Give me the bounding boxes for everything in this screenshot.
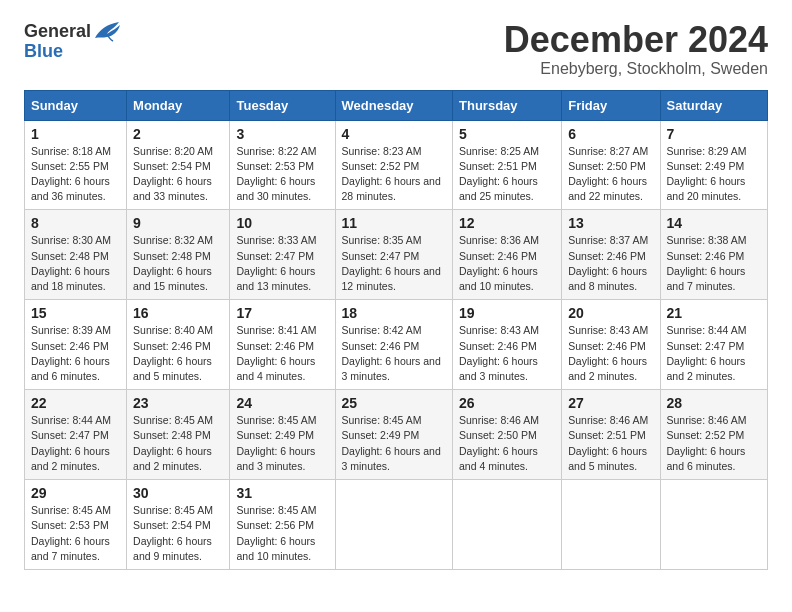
day-number: 11	[342, 215, 446, 231]
day-info: Sunrise: 8:35 AMSunset: 2:47 PMDaylight:…	[342, 233, 446, 294]
day-info: Sunrise: 8:37 AMSunset: 2:46 PMDaylight:…	[568, 233, 653, 294]
day-info: Sunrise: 8:32 AMSunset: 2:48 PMDaylight:…	[133, 233, 223, 294]
calendar-cell: 17Sunrise: 8:41 AMSunset: 2:46 PMDayligh…	[230, 300, 335, 390]
day-info: Sunrise: 8:22 AMSunset: 2:53 PMDaylight:…	[236, 144, 328, 205]
day-info: Sunrise: 8:45 AMSunset: 2:56 PMDaylight:…	[236, 503, 328, 564]
calendar-week-row: 29Sunrise: 8:45 AMSunset: 2:53 PMDayligh…	[25, 480, 768, 570]
day-info: Sunrise: 8:45 AMSunset: 2:49 PMDaylight:…	[342, 413, 446, 474]
day-number: 21	[667, 305, 761, 321]
day-info: Sunrise: 8:43 AMSunset: 2:46 PMDaylight:…	[568, 323, 653, 384]
calendar-cell: 4Sunrise: 8:23 AMSunset: 2:52 PMDaylight…	[335, 120, 452, 210]
day-info: Sunrise: 8:46 AMSunset: 2:51 PMDaylight:…	[568, 413, 653, 474]
day-info: Sunrise: 8:33 AMSunset: 2:47 PMDaylight:…	[236, 233, 328, 294]
day-info: Sunrise: 8:45 AMSunset: 2:54 PMDaylight:…	[133, 503, 223, 564]
logo-blue: Blue	[24, 41, 63, 61]
day-info: Sunrise: 8:46 AMSunset: 2:50 PMDaylight:…	[459, 413, 555, 474]
calendar-cell: 19Sunrise: 8:43 AMSunset: 2:46 PMDayligh…	[453, 300, 562, 390]
day-number: 9	[133, 215, 223, 231]
day-number: 2	[133, 126, 223, 142]
day-info: Sunrise: 8:36 AMSunset: 2:46 PMDaylight:…	[459, 233, 555, 294]
day-info: Sunrise: 8:40 AMSunset: 2:46 PMDaylight:…	[133, 323, 223, 384]
day-number: 3	[236, 126, 328, 142]
day-number: 20	[568, 305, 653, 321]
calendar-cell: 22Sunrise: 8:44 AMSunset: 2:47 PMDayligh…	[25, 390, 127, 480]
calendar-cell: 11Sunrise: 8:35 AMSunset: 2:47 PMDayligh…	[335, 210, 452, 300]
day-number: 13	[568, 215, 653, 231]
calendar-week-row: 15Sunrise: 8:39 AMSunset: 2:46 PMDayligh…	[25, 300, 768, 390]
day-number: 16	[133, 305, 223, 321]
day-info: Sunrise: 8:42 AMSunset: 2:46 PMDaylight:…	[342, 323, 446, 384]
day-info: Sunrise: 8:29 AMSunset: 2:49 PMDaylight:…	[667, 144, 761, 205]
calendar-cell	[660, 480, 767, 570]
calendar-table: SundayMondayTuesdayWednesdayThursdayFrid…	[24, 90, 768, 570]
calendar-cell: 24Sunrise: 8:45 AMSunset: 2:49 PMDayligh…	[230, 390, 335, 480]
calendar-cell: 31Sunrise: 8:45 AMSunset: 2:56 PMDayligh…	[230, 480, 335, 570]
calendar-cell	[562, 480, 660, 570]
day-info: Sunrise: 8:20 AMSunset: 2:54 PMDaylight:…	[133, 144, 223, 205]
subtitle: Enebyberg, Stockholm, Sweden	[504, 60, 768, 78]
calendar-cell: 5Sunrise: 8:25 AMSunset: 2:51 PMDaylight…	[453, 120, 562, 210]
calendar-cell: 9Sunrise: 8:32 AMSunset: 2:48 PMDaylight…	[127, 210, 230, 300]
calendar-header-friday: Friday	[562, 90, 660, 120]
day-number: 18	[342, 305, 446, 321]
day-number: 17	[236, 305, 328, 321]
calendar-header-sunday: Sunday	[25, 90, 127, 120]
calendar-cell: 28Sunrise: 8:46 AMSunset: 2:52 PMDayligh…	[660, 390, 767, 480]
calendar-header-tuesday: Tuesday	[230, 90, 335, 120]
day-number: 26	[459, 395, 555, 411]
logo: General Blue	[24, 20, 121, 61]
day-number: 14	[667, 215, 761, 231]
day-number: 1	[31, 126, 120, 142]
day-number: 30	[133, 485, 223, 501]
calendar-cell: 15Sunrise: 8:39 AMSunset: 2:46 PMDayligh…	[25, 300, 127, 390]
day-info: Sunrise: 8:18 AMSunset: 2:55 PMDaylight:…	[31, 144, 120, 205]
day-info: Sunrise: 8:30 AMSunset: 2:48 PMDaylight:…	[31, 233, 120, 294]
calendar-cell: 16Sunrise: 8:40 AMSunset: 2:46 PMDayligh…	[127, 300, 230, 390]
main-title: December 2024	[504, 20, 768, 60]
calendar-cell: 30Sunrise: 8:45 AMSunset: 2:54 PMDayligh…	[127, 480, 230, 570]
calendar-week-row: 1Sunrise: 8:18 AMSunset: 2:55 PMDaylight…	[25, 120, 768, 210]
day-number: 27	[568, 395, 653, 411]
calendar-cell: 18Sunrise: 8:42 AMSunset: 2:46 PMDayligh…	[335, 300, 452, 390]
calendar-cell: 14Sunrise: 8:38 AMSunset: 2:46 PMDayligh…	[660, 210, 767, 300]
day-number: 15	[31, 305, 120, 321]
logo-general: General	[24, 22, 91, 40]
calendar-cell: 23Sunrise: 8:45 AMSunset: 2:48 PMDayligh…	[127, 390, 230, 480]
calendar-cell: 3Sunrise: 8:22 AMSunset: 2:53 PMDaylight…	[230, 120, 335, 210]
calendar-cell: 26Sunrise: 8:46 AMSunset: 2:50 PMDayligh…	[453, 390, 562, 480]
calendar-cell: 13Sunrise: 8:37 AMSunset: 2:46 PMDayligh…	[562, 210, 660, 300]
day-number: 29	[31, 485, 120, 501]
day-info: Sunrise: 8:25 AMSunset: 2:51 PMDaylight:…	[459, 144, 555, 205]
calendar-cell: 1Sunrise: 8:18 AMSunset: 2:55 PMDaylight…	[25, 120, 127, 210]
day-number: 23	[133, 395, 223, 411]
day-number: 22	[31, 395, 120, 411]
day-info: Sunrise: 8:27 AMSunset: 2:50 PMDaylight:…	[568, 144, 653, 205]
day-number: 28	[667, 395, 761, 411]
day-info: Sunrise: 8:46 AMSunset: 2:52 PMDaylight:…	[667, 413, 761, 474]
calendar-cell: 7Sunrise: 8:29 AMSunset: 2:49 PMDaylight…	[660, 120, 767, 210]
day-info: Sunrise: 8:44 AMSunset: 2:47 PMDaylight:…	[31, 413, 120, 474]
day-info: Sunrise: 8:38 AMSunset: 2:46 PMDaylight:…	[667, 233, 761, 294]
day-number: 7	[667, 126, 761, 142]
calendar-cell: 21Sunrise: 8:44 AMSunset: 2:47 PMDayligh…	[660, 300, 767, 390]
day-info: Sunrise: 8:41 AMSunset: 2:46 PMDaylight:…	[236, 323, 328, 384]
calendar-cell	[453, 480, 562, 570]
calendar-header-monday: Monday	[127, 90, 230, 120]
title-section: December 2024 Enebyberg, Stockholm, Swed…	[504, 20, 768, 78]
day-info: Sunrise: 8:39 AMSunset: 2:46 PMDaylight:…	[31, 323, 120, 384]
calendar-cell	[335, 480, 452, 570]
day-number: 12	[459, 215, 555, 231]
day-number: 6	[568, 126, 653, 142]
calendar-week-row: 8Sunrise: 8:30 AMSunset: 2:48 PMDaylight…	[25, 210, 768, 300]
calendar-cell: 2Sunrise: 8:20 AMSunset: 2:54 PMDaylight…	[127, 120, 230, 210]
calendar-cell: 29Sunrise: 8:45 AMSunset: 2:53 PMDayligh…	[25, 480, 127, 570]
calendar-body: 1Sunrise: 8:18 AMSunset: 2:55 PMDaylight…	[25, 120, 768, 569]
day-info: Sunrise: 8:43 AMSunset: 2:46 PMDaylight:…	[459, 323, 555, 384]
calendar-header-wednesday: Wednesday	[335, 90, 452, 120]
day-number: 5	[459, 126, 555, 142]
day-info: Sunrise: 8:23 AMSunset: 2:52 PMDaylight:…	[342, 144, 446, 205]
calendar-cell: 20Sunrise: 8:43 AMSunset: 2:46 PMDayligh…	[562, 300, 660, 390]
calendar-cell: 12Sunrise: 8:36 AMSunset: 2:46 PMDayligh…	[453, 210, 562, 300]
logo-bird-icon	[93, 20, 121, 42]
calendar-cell: 10Sunrise: 8:33 AMSunset: 2:47 PMDayligh…	[230, 210, 335, 300]
